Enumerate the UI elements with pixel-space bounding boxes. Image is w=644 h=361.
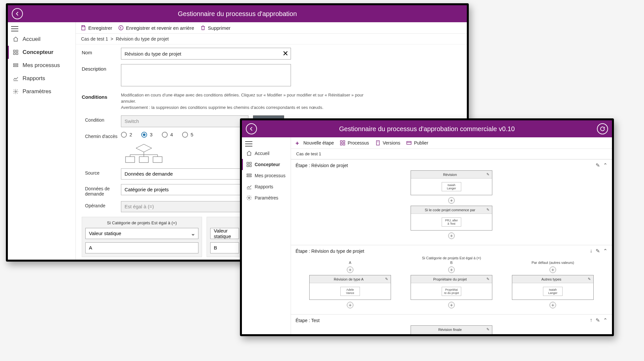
node-card[interactable]: Autres types✎ Isaiah Langer: [512, 275, 594, 300]
toolbar: + Nouvelle étape Processus Versions Publ…: [291, 137, 612, 149]
hamburger-icon[interactable]: [11, 26, 18, 31]
add-node-button[interactable]: +: [448, 302, 455, 308]
back-icon[interactable]: [12, 8, 23, 19]
svg-rect-17: [153, 157, 162, 163]
edit-icon[interactable]: ✎: [486, 277, 489, 281]
breadcrumb-item: Révision du type de projet: [116, 36, 169, 42]
condition-select[interactable]: Switch ⌄: [121, 115, 248, 127]
add-node-button[interactable]: +: [448, 197, 455, 204]
sidebar-item-home[interactable]: Accueil: [242, 148, 291, 159]
radio-icon: [162, 132, 168, 138]
add-node-button[interactable]: +: [448, 266, 455, 273]
toolbar-label: Nouvelle étape: [303, 140, 334, 146]
branch-label: B: [450, 261, 452, 265]
value-input[interactable]: A: [85, 242, 198, 253]
stage-title: Étape : Test: [296, 318, 320, 323]
sidebar-item-reports[interactable]: Rapports: [8, 72, 76, 85]
refresh-icon[interactable]: [597, 123, 608, 134]
publish-button[interactable]: Publier: [406, 140, 428, 146]
collapse-icon[interactable]: ⌃: [603, 317, 607, 323]
back-icon[interactable]: [246, 123, 257, 134]
edit-icon[interactable]: ✎: [486, 208, 489, 212]
description-input[interactable]: [121, 64, 291, 86]
assignee-chip: Propriétai re du projet: [442, 287, 461, 296]
path-option-5[interactable]: 5: [182, 132, 193, 138]
node-card[interactable]: Propriétaire du projet✎ Propriétai re du…: [411, 275, 492, 300]
toolbar: Enregistrer Enregistrer et revenir en ar…: [76, 22, 467, 34]
sidebar-item-concepteur[interactable]: Concepteur: [8, 46, 76, 59]
chart-icon: [13, 76, 19, 81]
node-card[interactable]: Révision finale✎ Isaiah Langer ⌄: [411, 325, 492, 334]
edit-icon[interactable]: ✎: [596, 317, 600, 323]
chart-icon: [246, 184, 252, 190]
sidebar-item-label: Mes processus: [23, 62, 60, 69]
svg-rect-20: [247, 165, 248, 167]
card-title: Autres types: [515, 277, 588, 281]
window-designer: Gestionnaire du processus d'approbation …: [240, 118, 614, 336]
name-input[interactable]: [121, 48, 291, 60]
value-type-select[interactable]: Valeur statique: [210, 228, 239, 239]
sidebar-item-concepteur[interactable]: Concepteur: [242, 159, 291, 170]
sidebar-item-myprocesses[interactable]: Mes processus: [8, 59, 76, 72]
node-card[interactable]: Révision de type A✎ Adele Vance: [309, 275, 391, 300]
path-option-4[interactable]: 4: [162, 132, 173, 138]
titlebar: Gestionnaire du processus d'approbation: [8, 5, 467, 22]
move-up-icon[interactable]: ↑: [590, 317, 592, 323]
value-type-select[interactable]: Valeur statique ⌄: [85, 228, 198, 239]
breadcrumb-item[interactable]: Cas de test 1: [81, 36, 108, 42]
node-card[interactable]: Révision✎ Isaiah Langer: [411, 170, 492, 195]
save-back-button[interactable]: Enregistrer et revenir en arrière: [118, 25, 194, 31]
edit-icon[interactable]: ✎: [486, 327, 489, 332]
process-button[interactable]: Processus: [340, 140, 369, 146]
assignee-chip: Isaiah Langer: [543, 287, 563, 296]
sidebar-item-label: Accueil: [23, 36, 41, 43]
stage-revision-type-projet: Étape : Révision du type de projet ↓ ✎ ⌃…: [291, 245, 612, 314]
sidebar-item-settings[interactable]: Paramètres: [242, 192, 291, 203]
name-label: Nom: [82, 48, 121, 55]
svg-point-24: [248, 197, 250, 199]
path-option-3[interactable]: 3: [141, 132, 152, 138]
stage-title: Étape : Révision de projet: [296, 163, 348, 168]
grid-icon: [340, 140, 346, 146]
conditions-label: Conditions: [82, 92, 121, 100]
grid-icon: [246, 162, 252, 167]
edit-icon[interactable]: ✎: [486, 172, 489, 177]
switch-condition-title: Si Catégorie de projets Est égal à (=): [296, 256, 607, 260]
edit-icon[interactable]: ✎: [385, 277, 388, 281]
breadcrumb-sep: >: [110, 36, 113, 42]
path-option-2[interactable]: 2: [121, 132, 132, 138]
add-node-button[interactable]: +: [448, 232, 455, 239]
clear-icon[interactable]: ✕: [282, 49, 288, 58]
save-button[interactable]: Enregistrer: [80, 25, 112, 31]
edit-icon[interactable]: ✎: [596, 248, 600, 254]
delete-button[interactable]: Supprimer: [200, 25, 230, 31]
add-node-button[interactable]: +: [347, 302, 353, 308]
sidebar-item-home[interactable]: Accueil: [8, 33, 76, 46]
hamburger-icon[interactable]: [245, 141, 252, 146]
new-stage-button[interactable]: + Nouvelle étape: [296, 140, 334, 146]
breadcrumb-item[interactable]: Cas de test 1: [296, 151, 321, 156]
svg-rect-22: [247, 174, 251, 175]
edit-icon[interactable]: ✎: [588, 277, 591, 281]
versions-button[interactable]: Versions: [375, 140, 400, 146]
sidebar-item-label: Paramètres: [255, 195, 278, 200]
add-node-button[interactable]: +: [550, 302, 556, 308]
sidebar-item-reports[interactable]: Rapports: [242, 181, 291, 192]
collapse-icon[interactable]: ⌃: [603, 162, 607, 168]
plus-icon: +: [296, 140, 301, 146]
node-card[interactable]: Si le code projet commence par✎ PRJ, all…: [411, 206, 492, 231]
sidebar-item-myprocesses[interactable]: Mes processus: [242, 170, 291, 181]
value-input[interactable]: B: [210, 242, 239, 253]
stage-title: Étape : Révision du type de projet: [296, 249, 364, 254]
condition-label: Condition: [85, 115, 121, 123]
edit-icon[interactable]: ✎: [596, 162, 600, 168]
panel-title: [210, 220, 239, 225]
collapse-icon[interactable]: ⌃: [603, 248, 607, 254]
add-node-button[interactable]: +: [550, 266, 556, 273]
home-icon: [246, 150, 252, 156]
sidebar-item-settings[interactable]: Paramètres: [8, 85, 76, 98]
value-panel-a: Si Catégorie de projets Est égal à (=) V…: [82, 217, 202, 257]
add-node-button[interactable]: +: [347, 266, 353, 273]
card-title: Propriétaire du projet: [414, 277, 486, 281]
move-down-icon[interactable]: ↓: [590, 248, 592, 254]
